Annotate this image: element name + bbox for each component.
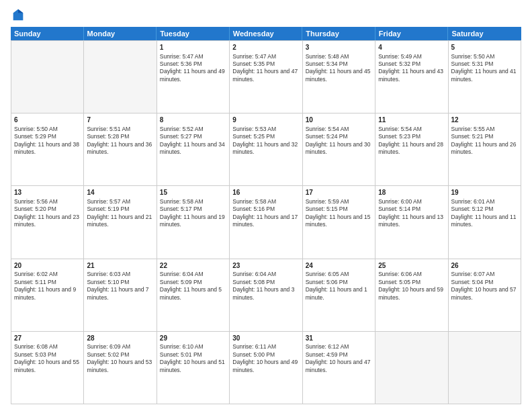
daylight-text: Daylight: 11 hours and 30 minutes. <box>306 141 371 155</box>
sunset-text: Sunset: 5:00 PM <box>232 351 275 358</box>
cal-cell: 24Sunrise: 6:05 AMSunset: 5:06 PMDayligh… <box>303 259 375 331</box>
daylight-text: Daylight: 11 hours and 13 minutes. <box>378 214 443 228</box>
sunrise-text: Sunrise: 6:04 AM <box>232 271 276 277</box>
day-number: 28 <box>87 334 153 343</box>
sunset-text: Sunset: 5:34 PM <box>306 60 348 67</box>
sunset-text: Sunset: 5:19 PM <box>87 205 129 212</box>
daylight-text: Daylight: 11 hours and 26 minutes. <box>451 141 517 155</box>
day-number: 29 <box>160 334 226 343</box>
day-number: 11 <box>378 116 445 125</box>
day-number: 30 <box>232 334 299 343</box>
sunrise-text: Sunrise: 5:51 AM <box>87 126 130 132</box>
day-number: 27 <box>14 334 81 343</box>
cal-cell: 20Sunrise: 6:02 AMSunset: 5:11 PMDayligh… <box>11 259 84 331</box>
cal-header-thursday: Thursday <box>302 27 375 40</box>
sunrise-text: Sunrise: 6:03 AM <box>87 271 130 277</box>
cal-cell: 21Sunrise: 6:03 AMSunset: 5:10 PMDayligh… <box>84 259 157 331</box>
sunrise-text: Sunrise: 6:04 AM <box>160 271 204 277</box>
day-number: 22 <box>160 261 226 271</box>
daylight-text: Daylight: 11 hours and 19 minutes. <box>160 214 225 228</box>
sunset-text: Sunset: 5:35 PM <box>232 60 275 67</box>
day-number: 15 <box>160 188 226 197</box>
cal-cell: 12Sunrise: 5:55 AMSunset: 5:21 PMDayligh… <box>449 113 521 185</box>
daylight-text: Daylight: 11 hours and 23 minutes. <box>14 214 79 228</box>
day-number: 9 <box>232 116 299 125</box>
sunset-text: Sunset: 5:29 PM <box>14 133 56 140</box>
daylight-text: Daylight: 11 hours and 49 minutes. <box>160 68 225 82</box>
cal-cell: 4Sunrise: 5:49 AMSunset: 5:32 PMDaylight… <box>375 41 448 113</box>
cal-cell: 22Sunrise: 6:04 AMSunset: 5:09 PMDayligh… <box>157 259 230 331</box>
cal-cell: 3Sunrise: 5:48 AMSunset: 5:34 PMDaylight… <box>303 41 375 113</box>
sunrise-text: Sunrise: 6:08 AM <box>14 343 58 350</box>
cal-cell: 17Sunrise: 5:59 AMSunset: 5:15 PMDayligh… <box>303 186 375 258</box>
daylight-text: Daylight: 11 hours and 28 minutes. <box>378 141 443 155</box>
cal-week-4: 20Sunrise: 6:02 AMSunset: 5:11 PMDayligh… <box>11 259 521 332</box>
cal-header-friday: Friday <box>375 27 449 40</box>
sunset-text: Sunset: 5:16 PM <box>232 205 275 212</box>
sunrise-text: Sunrise: 5:56 AM <box>14 198 58 205</box>
sunset-text: Sunset: 5:10 PM <box>87 279 129 285</box>
sunrise-text: Sunrise: 6:05 AM <box>306 271 349 277</box>
day-number: 17 <box>306 188 372 197</box>
cal-cell: 13Sunrise: 5:56 AMSunset: 5:20 PMDayligh… <box>11 186 84 258</box>
sunrise-text: Sunrise: 6:00 AM <box>378 198 422 205</box>
sunset-text: Sunset: 5:02 PM <box>87 351 129 358</box>
cal-cell: 5Sunrise: 5:50 AMSunset: 5:31 PMDaylight… <box>449 41 521 113</box>
day-number: 26 <box>451 261 518 271</box>
day-number: 7 <box>87 116 153 125</box>
cal-cell: 16Sunrise: 5:58 AMSunset: 5:16 PMDayligh… <box>230 186 302 258</box>
day-number: 1 <box>160 43 226 52</box>
cal-week-1: 1Sunrise: 5:47 AMSunset: 5:36 PMDaylight… <box>11 40 521 113</box>
daylight-text: Daylight: 11 hours and 9 minutes. <box>14 286 76 300</box>
cal-cell <box>84 41 157 113</box>
day-number: 19 <box>451 188 518 197</box>
cal-cell <box>449 332 521 404</box>
sunrise-text: Sunrise: 6:11 AM <box>232 343 276 350</box>
sunrise-text: Sunrise: 5:50 AM <box>14 126 58 132</box>
day-number: 23 <box>232 261 299 271</box>
day-number: 6 <box>14 116 81 125</box>
sunset-text: Sunset: 5:01 PM <box>160 351 202 358</box>
sunrise-text: Sunrise: 6:07 AM <box>451 271 495 277</box>
cal-header-wednesday: Wednesday <box>230 27 303 40</box>
cal-cell: 25Sunrise: 6:06 AMSunset: 5:05 PMDayligh… <box>375 259 448 331</box>
sunset-text: Sunset: 5:11 PM <box>14 279 56 285</box>
day-number: 4 <box>378 43 445 52</box>
sunset-text: Sunset: 5:31 PM <box>451 60 494 67</box>
sunset-text: Sunset: 5:03 PM <box>14 351 56 358</box>
sunrise-text: Sunrise: 6:02 AM <box>14 271 58 277</box>
daylight-text: Daylight: 11 hours and 21 minutes. <box>87 214 152 228</box>
logo <box>11 8 27 23</box>
cal-header-sunday: Sunday <box>11 27 84 40</box>
daylight-text: Daylight: 11 hours and 1 minute. <box>306 286 367 300</box>
daylight-text: Daylight: 11 hours and 36 minutes. <box>87 141 152 155</box>
header <box>11 8 521 23</box>
sunrise-text: Sunrise: 5:54 AM <box>378 126 422 132</box>
daylight-text: Daylight: 11 hours and 17 minutes. <box>232 214 298 228</box>
cal-cell: 30Sunrise: 6:11 AMSunset: 5:00 PMDayligh… <box>230 332 302 404</box>
sunrise-text: Sunrise: 6:01 AM <box>451 198 495 205</box>
daylight-text: Daylight: 11 hours and 32 minutes. <box>232 141 298 155</box>
calendar-body: 1Sunrise: 5:47 AMSunset: 5:36 PMDaylight… <box>11 40 521 404</box>
cal-cell: 26Sunrise: 6:07 AMSunset: 5:04 PMDayligh… <box>449 259 521 331</box>
sunrise-text: Sunrise: 5:55 AM <box>451 126 495 132</box>
cal-week-5: 27Sunrise: 6:08 AMSunset: 5:03 PMDayligh… <box>11 332 521 404</box>
cal-cell: 1Sunrise: 5:47 AMSunset: 5:36 PMDaylight… <box>157 41 230 113</box>
cal-cell <box>375 332 448 404</box>
day-number: 24 <box>306 261 372 271</box>
daylight-text: Daylight: 11 hours and 7 minutes. <box>87 286 148 300</box>
sunset-text: Sunset: 5:27 PM <box>160 133 202 140</box>
day-number: 25 <box>378 261 445 271</box>
cal-cell: 27Sunrise: 6:08 AMSunset: 5:03 PMDayligh… <box>11 332 84 404</box>
calendar: SundayMondayTuesdayWednesdayThursdayFrid… <box>11 27 521 404</box>
sunset-text: Sunset: 5:09 PM <box>160 279 202 285</box>
day-number: 31 <box>306 334 372 343</box>
day-number: 10 <box>306 116 372 125</box>
cal-cell: 9Sunrise: 5:53 AMSunset: 5:25 PMDaylight… <box>230 113 302 185</box>
cal-cell: 10Sunrise: 5:54 AMSunset: 5:24 PMDayligh… <box>303 113 375 185</box>
day-number: 12 <box>451 116 518 125</box>
sunrise-text: Sunrise: 5:48 AM <box>306 53 349 60</box>
sunrise-text: Sunrise: 5:52 AM <box>160 126 204 132</box>
sunset-text: Sunset: 5:05 PM <box>378 279 420 285</box>
cal-cell: 7Sunrise: 5:51 AMSunset: 5:28 PMDaylight… <box>84 113 157 185</box>
